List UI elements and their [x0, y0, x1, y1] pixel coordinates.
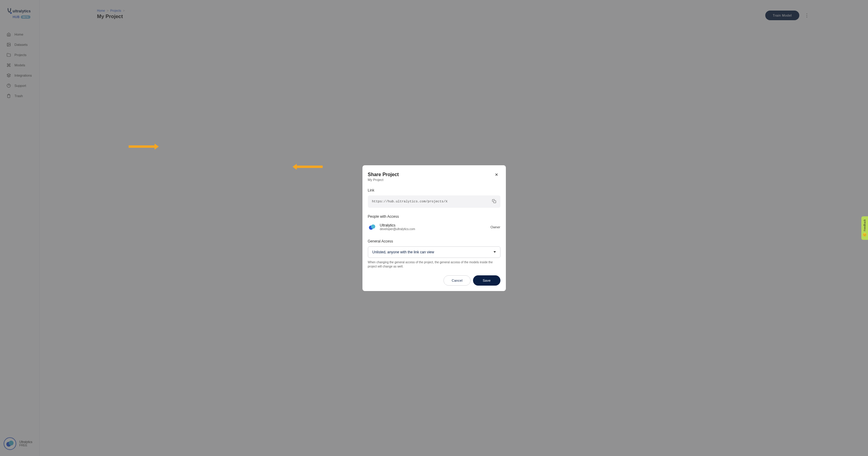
share-project-dialog: Share Project My Project Link https://hu…: [363, 165, 506, 291]
person-avatar-icon: [368, 223, 376, 231]
copy-icon: [492, 199, 496, 203]
chevron-down-icon: [494, 251, 496, 253]
close-icon: [494, 172, 499, 177]
feedback-label: Feedback: [863, 219, 866, 231]
general-access-select[interactable]: Unlisted, anyone with the link can view: [368, 247, 500, 258]
svg-rect-10: [494, 201, 496, 203]
svg-point-13: [371, 224, 375, 229]
people-section-label: People with Access: [368, 215, 500, 219]
access-select-value: Unlisted, anyone with the link can view: [372, 250, 434, 254]
modal-overlay[interactable]: Share Project My Project Link https://hu…: [0, 0, 868, 456]
dialog-title: Share Project: [368, 172, 500, 177]
person-avatar: [368, 223, 376, 231]
link-field: https://hub.ultralytics.com/projects/X: [368, 195, 500, 208]
link-section-label: Link: [368, 188, 500, 192]
annotation-arrow-save: [292, 164, 323, 170]
person-row: Ultralytics developer@ultralytics.com Ow…: [368, 222, 500, 232]
person-role: Owner: [491, 225, 500, 229]
person-name: Ultralytics: [380, 223, 487, 227]
dialog-subtitle: My Project: [368, 178, 500, 181]
feedback-tab[interactable]: Feedback 😊: [861, 216, 868, 240]
dialog-actions: Cancel Save: [368, 275, 500, 286]
feedback-emoji-icon: 😊: [863, 233, 867, 237]
share-link-text: https://hub.ultralytics.com/projects/X: [372, 200, 448, 203]
annotation-arrow-select: [129, 144, 159, 150]
person-email: developer@ultralytics.com: [380, 227, 487, 231]
cancel-button[interactable]: Cancel: [443, 275, 471, 286]
access-note: When changing the general access of the …: [368, 260, 500, 269]
close-button[interactable]: [493, 171, 500, 179]
copy-link-button[interactable]: [492, 199, 496, 204]
access-section-label: General Access: [368, 239, 500, 244]
save-button[interactable]: Save: [473, 275, 500, 286]
